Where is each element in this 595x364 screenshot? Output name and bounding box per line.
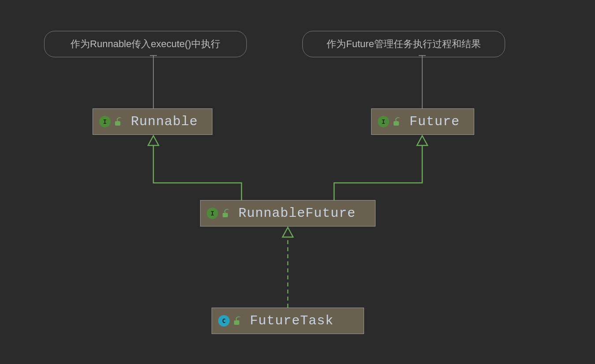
interface-runnablefuture: I RunnableFuture (200, 200, 376, 227)
node-label: FutureTask (250, 313, 334, 328)
annotation-future-desc: 作为Future管理任务执行过程和结果 (302, 31, 505, 57)
unlock-icon (114, 118, 121, 126)
interface-badge-icon: I (99, 116, 111, 127)
interface-runnable: I Runnable (93, 108, 212, 135)
unlock-icon (233, 317, 240, 325)
connector-layer (26, 8, 572, 356)
arrowhead-icon (417, 136, 428, 145)
unlock-icon (393, 118, 400, 126)
diagram-canvas: 作为Runnable传入execute()中执行 作为Future管理任务执行过… (26, 8, 572, 356)
interface-badge-icon: I (207, 208, 218, 219)
node-label: Future (409, 114, 460, 129)
interface-future: I Future (371, 108, 474, 135)
arrowhead-icon (148, 136, 159, 145)
class-badge-icon: C (218, 315, 230, 327)
arrowhead-icon (283, 227, 293, 237)
edge-runnablefuture-to-future (334, 145, 422, 200)
interface-badge-icon: I (378, 116, 389, 127)
annotation-runnable-desc: 作为Runnable传入execute()中执行 (44, 31, 247, 57)
class-futuretask: C FutureTask (212, 308, 364, 334)
unlock-icon (222, 209, 229, 217)
edge-runnablefuture-to-runnable (153, 145, 242, 200)
node-label: Runnable (131, 114, 198, 129)
node-label: RunnableFuture (238, 206, 356, 221)
